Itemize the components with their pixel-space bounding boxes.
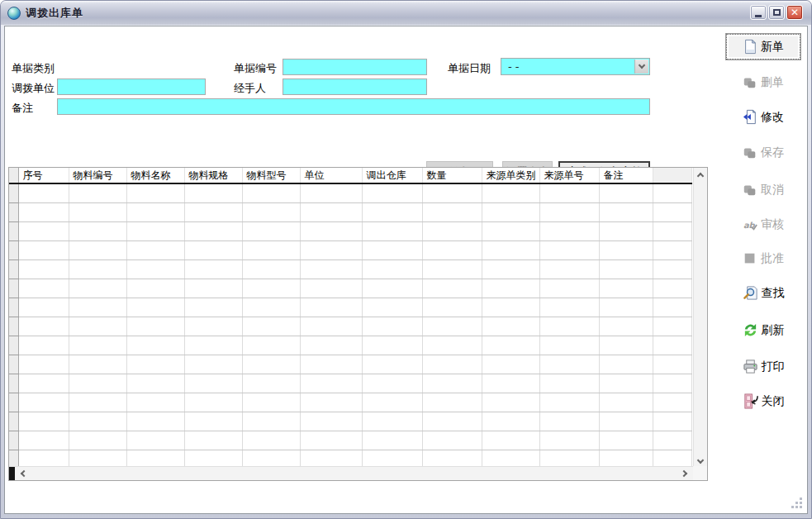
cancel-icon [743, 183, 757, 198]
transfer-unit-label: 调拨单位 [12, 81, 55, 96]
audit-icon: ab [743, 217, 757, 232]
cancel-button[interactable]: 取消 [726, 179, 800, 201]
grid-column-header[interactable]: 物料编号 [69, 168, 126, 183]
table-row [9, 317, 691, 336]
table-row [9, 393, 691, 412]
content-panel: 单据类别 单据编号 单据日期 - - 调拨单位 经手人 备注 打印信息:该单未打… [4, 26, 808, 514]
table-row [9, 202, 691, 221]
doc-date-value: - - [508, 60, 520, 73]
approve-icon [743, 251, 757, 266]
remark-label: 备注 [12, 101, 33, 116]
print-button[interactable]: 打印 [726, 355, 800, 378]
close-window-button[interactable]: ✕ [786, 5, 803, 20]
handler-input[interactable] [283, 79, 427, 95]
close-door-icon [743, 393, 758, 409]
modify-icon [743, 109, 757, 125]
grid-column-header[interactable]: 序号 [18, 168, 69, 183]
resize-grip[interactable] [791, 497, 802, 508]
audit-button[interactable]: ab 审核 [726, 213, 800, 236]
scroll-down-icon[interactable] [697, 457, 704, 464]
table-row [9, 240, 691, 260]
table-row [9, 221, 691, 240]
minimize-button[interactable] [750, 5, 767, 20]
scrollbar-corner [693, 466, 707, 480]
table-row [9, 298, 691, 317]
grid-column-header[interactable]: 物料名称 [126, 168, 184, 183]
chevron-down-icon [639, 62, 645, 69]
new-order-button[interactable]: 新单 [726, 34, 800, 60]
modify-order-button[interactable]: 修改 [726, 106, 800, 128]
doc-no-label: 单据编号 [234, 61, 277, 76]
doc-date-dropdown-button[interactable] [634, 60, 648, 74]
maximize-button[interactable] [768, 5, 785, 20]
grid-body[interactable] [9, 183, 691, 466]
table-row [9, 374, 691, 393]
table-row [9, 336, 691, 355]
row-indicator-header [9, 168, 18, 183]
title-bar[interactable]: 调拨出库单 ✕ [1, 1, 811, 25]
items-grid[interactable]: 序号物料编号物料名称物料规格物料型号单位调出仓库数量来源单类别来源单号备注 [8, 167, 708, 481]
window-title: 调拨出库单 [26, 6, 83, 21]
svg-text:ab: ab [743, 220, 756, 229]
grid-column-header[interactable]: 单位 [300, 168, 362, 183]
grid-column-header[interactable]: 数量 [422, 168, 482, 183]
save-button[interactable]: 保存 [726, 141, 800, 164]
scroll-right-icon[interactable] [681, 470, 687, 477]
table-row [9, 431, 691, 450]
hscroll-thumb[interactable] [9, 467, 15, 480]
doc-no-input[interactable] [283, 59, 427, 75]
grid-column-header[interactable]: 来源单号 [539, 168, 599, 183]
print-icon [743, 359, 758, 374]
table-row [9, 279, 691, 298]
grid-column-header[interactable]: 备注 [599, 168, 653, 183]
scroll-up-icon[interactable] [697, 173, 704, 179]
close-button[interactable]: 关闭 [726, 390, 800, 412]
table-row [9, 450, 691, 466]
doc-date-combobox[interactable]: - - [501, 58, 650, 75]
table-row [9, 260, 691, 279]
handler-label: 经手人 [234, 81, 266, 96]
doc-date-label: 单据日期 [448, 61, 491, 76]
find-button[interactable]: 查找 [726, 282, 800, 304]
table-row [9, 355, 691, 374]
vertical-scrollbar[interactable] [693, 168, 707, 466]
refresh-icon [743, 322, 758, 338]
delete-doc-icon [743, 75, 757, 90]
grid-header-trailing [653, 168, 691, 183]
save-icon [743, 145, 757, 160]
approve-button[interactable]: 批准 [726, 247, 800, 269]
grid-header-row: 序号物料编号物料名称物料规格物料型号单位调出仓库数量来源单类别来源单号备注 [9, 168, 691, 183]
doc-type-label: 单据类别 [12, 61, 55, 76]
grid-column-header[interactable]: 调出仓库 [362, 168, 422, 183]
new-doc-icon [743, 39, 757, 55]
transfer-unit-input[interactable] [57, 79, 206, 95]
refresh-button[interactable]: 刷新 [726, 319, 800, 341]
find-icon [743, 285, 758, 301]
table-row [9, 183, 691, 202]
horizontal-scrollbar[interactable] [9, 466, 693, 480]
grid-column-header[interactable]: 物料型号 [242, 168, 300, 183]
remark-input[interactable] [57, 98, 650, 115]
grid-column-header[interactable]: 物料规格 [184, 168, 242, 183]
grid-column-header[interactable]: 来源单类别 [482, 168, 539, 183]
app-window: 调拨出库单 ✕ 单据类别 单据编号 单据日期 - - 调拨单位 经手人 备注 打… [0, 0, 812, 519]
table-row [9, 412, 691, 431]
delete-order-button[interactable]: 删单 [726, 71, 800, 93]
scroll-left-icon[interactable] [21, 470, 27, 477]
app-globe-icon [7, 7, 21, 20]
